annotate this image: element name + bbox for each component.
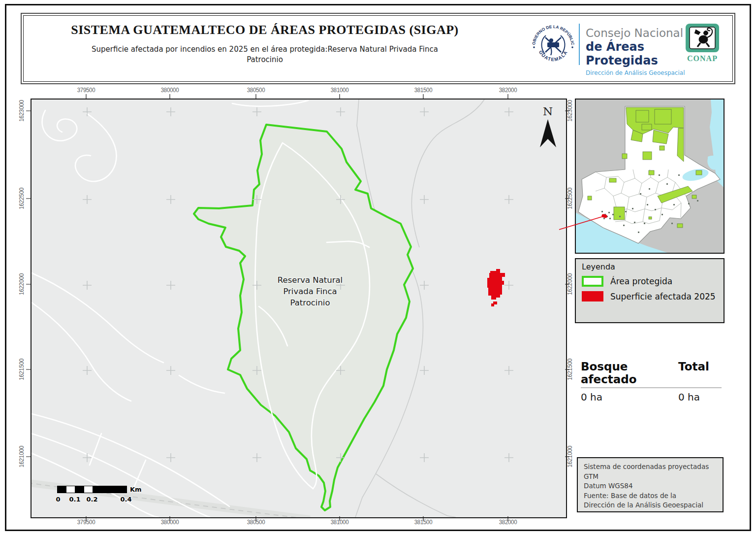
page-subtitle: Superficie afectada por incendios en 202…: [83, 44, 447, 65]
org-line-3: Dirección de Análisis Geoespacial: [586, 69, 699, 76]
scale-label: 0.2: [86, 496, 97, 503]
credits-line: Sistema de coordenadas proyectadas: [584, 462, 717, 472]
y-axis-label: 1622000: [18, 273, 25, 295]
legend-item-burned-area: Superficie afectada 2025: [582, 291, 718, 301]
reserve-label-line3: Patrocinio: [290, 298, 330, 307]
protected-area-swatch: [582, 276, 603, 287]
x-axis-label: 380000: [161, 519, 179, 526]
y-axis-label: 1621000: [567, 446, 573, 468]
page-title: SISTEMA GUATEMALTECO DE ÁREAS PROTEGIDAS…: [29, 23, 501, 37]
y-axis-label: 1622500: [18, 188, 25, 209]
conap-logo: CONAP: [684, 23, 721, 63]
main-map-canvas: Reserva Natural Privada Finca Patrocinio…: [32, 100, 566, 517]
affected-forest-stats: Bosque afectado Total 0 ha 0 ha: [581, 360, 722, 403]
credits-line: GTM: [584, 472, 717, 482]
credits-box: Sistema de coordenadas proyectadas GTM D…: [577, 457, 724, 512]
stats-col2-value: 0 ha: [678, 391, 722, 403]
conap-label: CONAP: [684, 54, 721, 63]
x-axis-label: 382000: [499, 519, 517, 526]
x-axis-label: 379500: [77, 519, 95, 526]
x-axis-label: 380500: [247, 87, 265, 94]
legend-item-label: Área protegida: [610, 276, 672, 286]
header-box: SISTEMA GUATEMALTECO DE ÁREAS PROTEGIDAS…: [21, 13, 735, 84]
guatemala-overview-map: [576, 100, 724, 253]
stats-col1-value: 0 ha: [581, 391, 678, 403]
stats-col1-header: Bosque afectado: [581, 360, 678, 386]
x-axis-label: 381000: [331, 519, 349, 526]
y-axis-label: 1623000: [567, 100, 573, 122]
legend-item-label: Superficie afectada 2025: [610, 292, 716, 301]
x-axis-label: 381500: [414, 87, 433, 94]
y-axis-label: 1621500: [567, 359, 573, 380]
header-inner-border: SISTEMA GUATEMALTECO DE ÁREAS PROTEGIDAS…: [23, 15, 733, 82]
y-axis-label: 1622500: [567, 188, 573, 209]
inset-map: [575, 99, 724, 254]
north-arrow-label: N: [543, 105, 553, 118]
main-map: Reserva Natural Privada Finca Patrocinio…: [31, 99, 567, 518]
legend-title: Leyenda: [582, 262, 718, 271]
x-axis-label: 381000: [331, 87, 349, 94]
burned-area-swatch: [582, 291, 603, 301]
credits-line: Fuente: Base de datos de la: [584, 491, 717, 501]
x-axis-label: 380000: [161, 87, 179, 94]
credits-line: Dirección de la Análisis Geoespacial: [584, 501, 717, 510]
legend: Leyenda Área protegida Superficie afecta…: [575, 258, 724, 323]
y-axis-label: 1621000: [18, 446, 25, 468]
scale-bar-segments: [57, 486, 127, 493]
guatemala-government-seal: GOBIERNO DE LA REPÚBLICA GUATEMALA: [530, 22, 576, 68]
map-document: SISTEMA GUATEMALTECO DE ÁREAS PROTEGIDAS…: [0, 0, 756, 535]
x-axis-label: 379500: [77, 87, 95, 94]
org-line-2: de Áreas Protegidas: [586, 40, 699, 67]
y-axis-label: 1623000: [18, 100, 25, 122]
header-text: SISTEMA GUATEMALTECO DE ÁREAS PROTEGIDAS…: [29, 23, 501, 65]
x-axis-label: 380500: [247, 519, 265, 526]
conap-wordmark: Consejo Nacional de Áreas Protegidas Dir…: [586, 27, 699, 76]
credits-line: Datum WGS84: [584, 481, 717, 491]
x-axis-label: 381500: [414, 519, 433, 526]
scale-bar-numbers: 0 0.1 0.2 0.4: [57, 496, 165, 503]
scale-bar-unit: Km: [130, 486, 142, 493]
scale-label: 0.4: [120, 496, 131, 503]
y-axis-label: 1622000: [567, 273, 573, 295]
logo-separator: [579, 24, 580, 65]
reserve-location-dot: [604, 215, 607, 218]
scale-bar: Km 0 0.1 0.2 0.4: [57, 486, 165, 503]
reserve-label-line2: Privada Finca: [283, 287, 337, 296]
scale-label: 0.1: [69, 496, 80, 503]
scale-label: 0: [56, 496, 60, 503]
conap-monkey-icon: [684, 23, 721, 53]
y-axis-label: 1621500: [18, 359, 25, 380]
x-axis-label: 382000: [499, 87, 517, 94]
legend-item-protected-area: Área protegida: [582, 276, 718, 287]
org-line-1: Consejo Nacional: [586, 27, 699, 39]
reserve-label-line1: Reserva Natural: [278, 275, 343, 285]
stats-col2-header: Total: [678, 360, 722, 386]
